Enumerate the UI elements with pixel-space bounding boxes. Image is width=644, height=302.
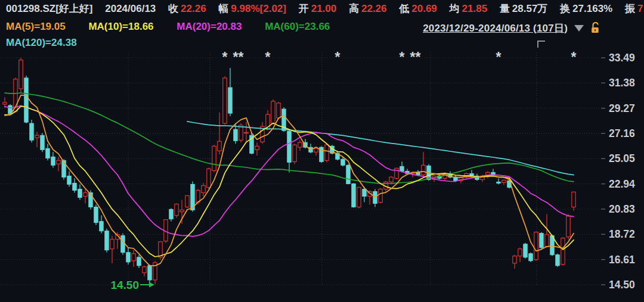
- svg-text:*: *: [239, 49, 244, 65]
- svg-text:20.83: 20.83: [609, 203, 635, 215]
- svg-text:16.61: 16.61: [609, 254, 635, 266]
- low-price-annotation: 14.50: [110, 279, 154, 291]
- svg-text:22.94: 22.94: [609, 178, 635, 190]
- chart-canvas[interactable]: 33.4931.3829.2727.1625.0522.9420.8318.72…: [0, 0, 644, 302]
- v-gridlines: [128, 52, 537, 285]
- svg-text:18.72: 18.72: [609, 228, 635, 240]
- svg-text:*: *: [233, 49, 239, 65]
- ma5-line: [5, 95, 574, 266]
- svg-text:*: *: [265, 49, 271, 65]
- svg-text:29.27: 29.27: [609, 102, 635, 114]
- svg-text:25.05: 25.05: [609, 152, 635, 164]
- svg-text:*: *: [496, 49, 501, 65]
- svg-text:*: *: [222, 49, 228, 65]
- candles-layer: [3, 58, 575, 285]
- event-asterisks: **********: [222, 49, 577, 65]
- svg-text:*: *: [335, 49, 340, 65]
- svg-text:*: *: [400, 49, 405, 65]
- svg-text:14.50: 14.50: [110, 279, 139, 291]
- svg-text:*: *: [416, 49, 421, 65]
- svg-text:33.49: 33.49: [609, 52, 635, 64]
- svg-text:*: *: [410, 49, 416, 65]
- y-axis-labels: 33.4931.3829.2727.1625.0522.9420.8318.72…: [609, 52, 635, 291]
- svg-text:27.16: 27.16: [609, 127, 635, 139]
- svg-text:*: *: [571, 49, 577, 65]
- svg-text:31.38: 31.38: [609, 77, 635, 89]
- corner-mark: [538, 41, 545, 48]
- svg-text:14.50: 14.50: [609, 279, 635, 291]
- candlestick-chart[interactable]: 33.4931.3829.2727.1625.0522.9420.8318.72…: [0, 0, 644, 302]
- stock-chart-app: 001298.SZ[好上好] 2024/06/13 收22.26 幅9.98%[…: [0, 0, 644, 302]
